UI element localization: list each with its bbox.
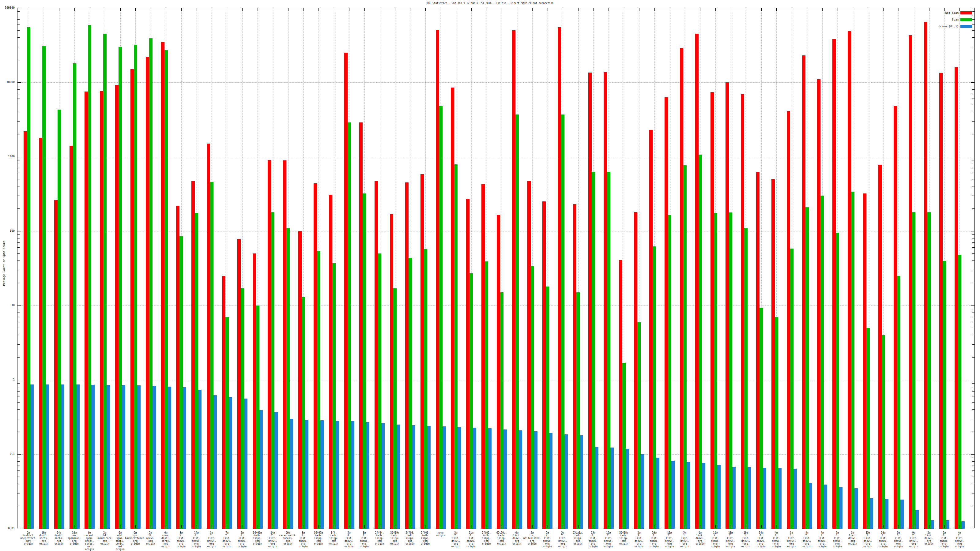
x-category-label-line: dnswl. [589, 540, 598, 542]
x-category-label: 3@Y.list.dnswl.orgorigin [456, 531, 465, 548]
x-tick [212, 8, 212, 11]
x-category-label-line: origin [512, 542, 521, 545]
bar-spam-55 [851, 192, 854, 529]
x-category-label-line: 36407@ [314, 531, 323, 534]
x-category-label-line: origin [802, 545, 811, 548]
bar-score-0-1-40 [626, 449, 629, 529]
bar-not-spam-42 [649, 130, 652, 529]
x-category-label: 10@dnsbl.sorbs.netorigin [44, 531, 52, 545]
bar-score-0-1-30 [473, 428, 476, 529]
x-category-label-line: origin [924, 542, 934, 545]
x-category-label-line: isipp. [573, 537, 583, 540]
x-category-label-line: origin [314, 542, 323, 545]
x-category-label-line: com [97, 540, 113, 542]
x-category-label-line: ips. [523, 534, 541, 537]
x-category-label-line: 14@ [192, 531, 201, 534]
x-category-label: 36409@iadb.isipp.comorigin [395, 531, 404, 545]
bar-score-0-1-21 [336, 421, 339, 529]
y-minor-tick [18, 238, 20, 238]
x-category-label-line: origin [177, 545, 186, 548]
x-category-label-line: dnswl. [879, 540, 888, 542]
bar-spam-16 [256, 305, 259, 529]
bar-not-spam-23 [359, 122, 363, 529]
x-category-label-line: dnswl. [452, 540, 460, 542]
x-category-label-line: 15@ [604, 531, 613, 534]
x-category-label: 10@Y.list.dnswl.orgorigin [730, 531, 739, 548]
y-minor-tick [18, 86, 20, 86]
bar-spam-6 [103, 34, 107, 529]
bar-spam-29 [454, 164, 458, 529]
bar-not-spam-48 [741, 94, 744, 529]
y-minor-tick [18, 260, 20, 261]
x-tick [792, 8, 792, 11]
y-minor-tick [18, 391, 20, 392]
x-category-label-line: origin [650, 545, 659, 548]
x-category-label-line: origin [955, 545, 964, 548]
y-minor-tick [18, 309, 20, 309]
x-tick [578, 525, 579, 528]
x-category-label-line: org [360, 542, 369, 545]
y-major-tick [18, 305, 21, 306]
x-category-label: 4@3.list.dnswl.orgorigin [822, 531, 831, 548]
bar-spam-49 [759, 308, 763, 529]
x-category-label-line: org [635, 542, 643, 545]
x-category-label-line: 3. [833, 534, 842, 537]
x-category-label-line: org [452, 542, 460, 545]
y-minor-tick [18, 470, 20, 471]
x-category-label-line: 2. [665, 534, 674, 537]
y-minor-tick [972, 19, 975, 20]
x-category-label-line: 10@ [650, 531, 659, 534]
x-category-label-line: isipp. [619, 537, 628, 540]
x-tick [593, 525, 593, 528]
x-tick [853, 8, 853, 11]
x-category-label-line: origin [757, 545, 766, 548]
x-category-label-line: list. [802, 537, 811, 540]
x-category-label-line: dnswl. [512, 537, 521, 540]
x-category-label: noneorigin [441, 531, 450, 537]
bar-spam-26 [409, 258, 412, 529]
bar-spam-1 [27, 27, 30, 529]
bar-score-0-1-54 [839, 487, 843, 529]
bar-not-spam-9 [146, 57, 149, 529]
y-minor-tick [972, 313, 975, 313]
x-category-label-line: dnswl. [833, 540, 842, 542]
bar-score-0-1-41 [641, 454, 644, 529]
x-category-label-line: 7@ [222, 531, 231, 534]
x-category-label-line: dnswl. [650, 540, 659, 542]
y-major-tick [18, 157, 21, 157]
x-tick [197, 525, 197, 528]
x-category-label-line: list. [604, 537, 613, 540]
bar-not-spam-50 [772, 179, 775, 529]
bar-score-0-1-22 [351, 421, 354, 529]
bar-score-0-1-19 [305, 420, 309, 529]
bar-not-spam-43 [665, 97, 668, 529]
y-minor-tick [972, 112, 975, 112]
bar-score-0-1-53 [824, 484, 827, 529]
x-category-label-line: dnswl. [940, 540, 949, 542]
bar-not-spam-5 [84, 92, 88, 529]
bar-spam-32 [500, 292, 503, 529]
x-category-label-line: list. [635, 537, 643, 540]
x-category-label-line: 5@ [345, 531, 353, 534]
x-category-label-line: 4@ [802, 531, 811, 534]
x-category-label-line: list. [955, 537, 964, 540]
x-category-label-line: org [879, 542, 888, 545]
y-tick-label: 1 [0, 378, 15, 381]
bar-score-0-1-17 [274, 412, 278, 529]
x-tick [532, 8, 533, 11]
y-minor-tick [972, 432, 975, 432]
x-category-label: 4@Y.list.dnswl.orgorigin [807, 531, 816, 548]
bar-not-spam-4 [70, 146, 73, 529]
x-category-label-line: origin [741, 545, 750, 548]
bar-spam-2 [42, 46, 46, 529]
bar-score-0-1-13 [213, 395, 217, 529]
x-category-label-line: dnswl. [741, 540, 750, 542]
bar-spam-33 [515, 114, 519, 529]
y-minor-tick [18, 208, 20, 209]
x-tick [868, 525, 868, 528]
x-tick [654, 8, 655, 11]
x-tick [59, 8, 59, 11]
y-minor-tick [972, 11, 975, 12]
x-category-label-line: 2@ [21, 531, 37, 534]
x-tick [364, 8, 365, 11]
